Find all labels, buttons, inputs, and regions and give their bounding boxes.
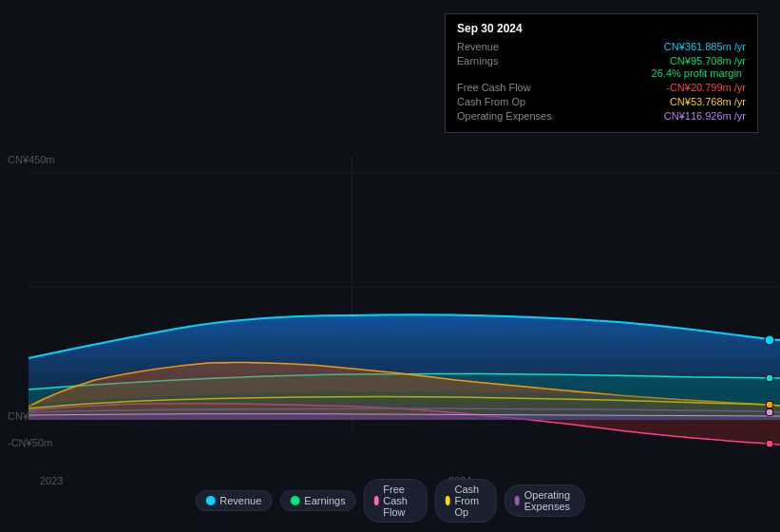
revenue-label: Revenue (457, 41, 561, 52)
profit-margin-row: 26.4% profit margin (457, 67, 746, 79)
revenue-row: Revenue CN¥361.885m /yr (457, 41, 746, 52)
earnings-legend-label: Earnings (304, 495, 345, 506)
earnings-dot (290, 496, 299, 505)
svg-point-5 (766, 401, 773, 408)
earnings-row: Earnings CN¥95.708m /yr (457, 55, 746, 66)
cash-from-op-label: Cash From Op (457, 96, 561, 107)
fcf-dot (374, 496, 379, 505)
legend-opex[interactable]: Operating Expenses (504, 484, 584, 517)
revenue-legend-label: Revenue (219, 495, 261, 506)
svg-point-7 (766, 408, 773, 416)
chart-legend: Revenue Earnings Free Cash Flow Cash Fro… (195, 479, 585, 522)
tooltip-box: Sep 30 2024 Revenue CN¥361.885m /yr Earn… (445, 13, 758, 133)
opex-value: CN¥116.926m /yr (664, 110, 746, 122)
tooltip-date: Sep 30 2024 (457, 22, 746, 35)
cash-from-op-dot (446, 496, 450, 505)
revenue-value: CN¥361.885m /yr (664, 41, 746, 52)
revenue-dot (205, 496, 215, 505)
svg-point-4 (766, 374, 773, 382)
fcf-legend-label: Free Cash Flow (383, 484, 417, 518)
fcf-label: Free Cash Flow (457, 82, 561, 93)
cash-from-op-row: Cash From Op CN¥53.768m /yr (457, 96, 746, 107)
fcf-row: Free Cash Flow -CN¥20.799m /yr (457, 82, 746, 93)
opex-row: Operating Expenses CN¥116.926m /yr (457, 110, 746, 122)
legend-earnings[interactable]: Earnings (279, 490, 355, 511)
opex-dot (514, 496, 519, 505)
svg-point-6 (766, 440, 773, 447)
legend-revenue[interactable]: Revenue (195, 490, 272, 511)
cash-from-op-value: CN¥53.768m /yr (670, 96, 746, 107)
x-label-2023: 2023 (40, 475, 63, 486)
svg-point-3 (765, 335, 774, 345)
opex-legend-label: Operating Expenses (524, 489, 575, 512)
chart-svg (0, 154, 780, 458)
earnings-value: CN¥95.708m /yr (670, 55, 746, 66)
profit-margin-value: 26.4% profit margin (652, 67, 742, 79)
legend-cash-from-op[interactable]: Cash From Op (435, 479, 497, 522)
opex-label: Operating Expenses (457, 110, 561, 122)
earnings-label: Earnings (457, 55, 561, 66)
cash-from-op-legend-label: Cash From Op (454, 484, 485, 518)
fcf-value: -CN¥20.799m /yr (666, 82, 746, 93)
legend-fcf[interactable]: Free Cash Flow (364, 479, 428, 522)
